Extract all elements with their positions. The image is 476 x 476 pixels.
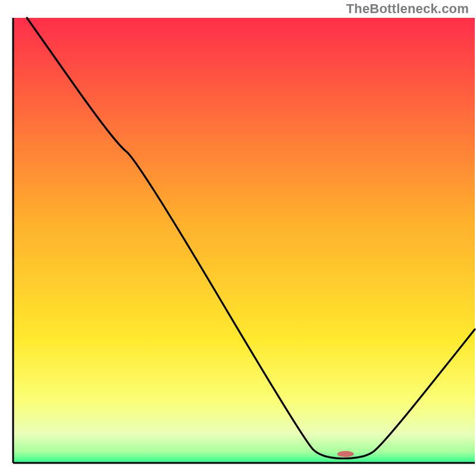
- optimal-marker: [337, 451, 354, 457]
- bottleneck-chart: [0, 0, 476, 476]
- plot-background: [13, 18, 475, 463]
- chart-container: TheBottleneck.com: [0, 0, 476, 476]
- watermark-text: TheBottleneck.com: [346, 1, 469, 17]
